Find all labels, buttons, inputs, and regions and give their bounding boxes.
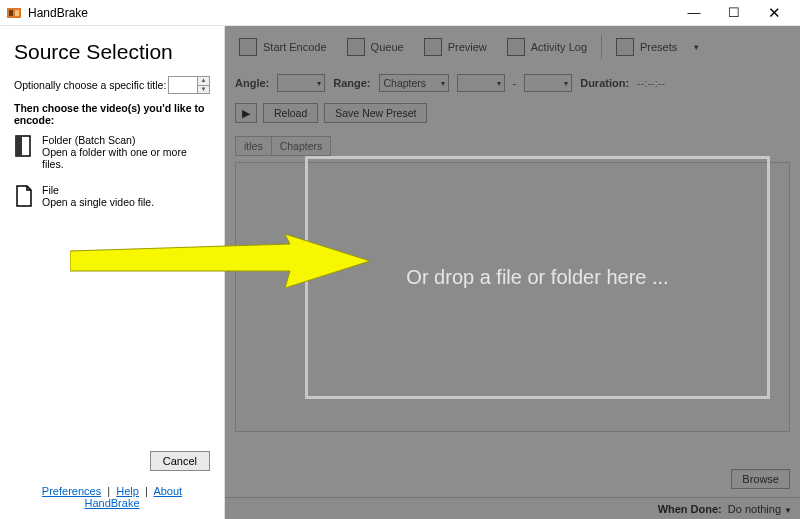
close-button[interactable]: ✕ <box>754 0 794 26</box>
drop-zone-message: Or drop a file or folder here ... <box>406 266 668 289</box>
encode-hint-label: Then choose the video(s) you'd like to e… <box>14 102 210 126</box>
maximize-button[interactable]: ☐ <box>714 0 754 26</box>
file-icon <box>14 184 34 208</box>
file-option[interactable]: File Open a single video file. <box>14 184 210 208</box>
svg-rect-2 <box>15 10 19 16</box>
cancel-button[interactable]: Cancel <box>150 451 210 471</box>
window-title: HandBrake <box>28 6 674 20</box>
footer-links: Preferences | Help | About HandBrake <box>14 485 210 509</box>
drop-zone[interactable]: Or drop a file or folder here ... <box>305 156 770 399</box>
source-selection-panel: Source Selection Optionally choose a spe… <box>0 26 225 519</box>
spinner-down-icon[interactable]: ▼ <box>198 86 209 94</box>
panel-heading: Source Selection <box>14 40 210 64</box>
svg-rect-1 <box>9 10 13 16</box>
content-area: Start Encode Queue Preview Activity Log … <box>225 26 800 519</box>
file-option-desc: Open a single video file. <box>42 196 154 208</box>
folder-option[interactable]: Folder (Batch Scan) Open a folder with o… <box>14 134 210 170</box>
title-spinner[interactable]: ▲▼ <box>168 76 210 94</box>
title-bar: HandBrake — ☐ ✕ <box>0 0 800 26</box>
help-link[interactable]: Help <box>116 485 139 497</box>
spinner-up-icon[interactable]: ▲ <box>198 77 209 86</box>
folder-icon <box>14 134 34 158</box>
title-hint-label: Optionally choose a specific title: <box>14 79 166 91</box>
svg-rect-4 <box>16 136 22 156</box>
minimize-button[interactable]: — <box>674 0 714 26</box>
app-icon <box>6 5 22 21</box>
preferences-link[interactable]: Preferences <box>42 485 101 497</box>
file-option-title: File <box>42 184 154 196</box>
folder-option-desc: Open a folder with one or more files. <box>42 146 210 170</box>
folder-option-title: Folder (Batch Scan) <box>42 134 210 146</box>
